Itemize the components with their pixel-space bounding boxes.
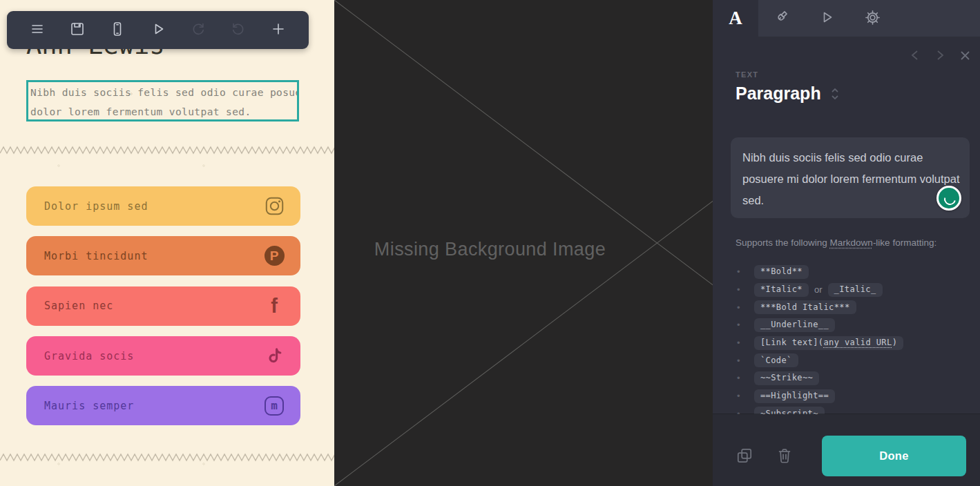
link-button-instagram[interactable]: Dolor ipsum sed <box>26 186 300 226</box>
mastodon-icon: m <box>263 395 285 417</box>
link-button-pinterest[interactable]: Morbi tincidunt P <box>26 236 300 275</box>
link-label: Mauris semper <box>44 400 263 412</box>
bullet-icon: • <box>737 391 754 401</box>
chevron-up-down-icon <box>830 86 840 101</box>
facebook-icon: f <box>263 295 285 317</box>
markdown-syntax-list: •**Bold**•*Italic*or_Italic_•***Bold Ita… <box>736 263 973 414</box>
undo-button[interactable] <box>229 21 248 40</box>
redo-button[interactable] <box>189 21 208 40</box>
markdown-syntax-item: •~~Strike~~ <box>736 369 973 387</box>
panel-tabbar: A <box>713 0 980 37</box>
markdown-syntax-item: •***Bold Italic*** <box>736 298 973 316</box>
next-element-button[interactable] <box>932 47 948 64</box>
menu-icon <box>29 21 46 39</box>
done-button[interactable]: Done <box>822 436 966 476</box>
link-label: Sapien nec <box>44 300 263 312</box>
smartphone-icon <box>109 21 126 39</box>
paragraph-line: dolor lorem fermentum volutpat sed. <box>30 102 297 122</box>
close-panel-button[interactable] <box>957 47 973 64</box>
delete-button[interactable] <box>775 447 794 466</box>
play-button[interactable] <box>148 21 168 40</box>
play-icon <box>818 9 835 28</box>
syntax-pill: ==Highlight== <box>754 389 835 403</box>
link-button-tiktok[interactable]: Gravida socis <box>26 336 300 376</box>
pinterest-icon: P <box>263 245 285 267</box>
help-prefix: Supports the following <box>736 237 830 248</box>
section-label: TEXT <box>736 70 758 79</box>
zigzag-divider-top <box>0 145 334 156</box>
brush-icon <box>772 8 790 28</box>
panel-footer: Done <box>713 414 980 486</box>
grammarly-badge-icon[interactable] <box>936 186 961 211</box>
syntax-pill: `Code` <box>754 353 798 367</box>
element-type-title: Paragraph <box>736 84 821 104</box>
tab-design[interactable] <box>758 0 804 37</box>
link-label: Dolor ipsum sed <box>44 200 263 213</box>
markdown-syntax-item: •__Underline__ <box>736 316 973 334</box>
tiktok-icon <box>263 345 285 367</box>
paragraph-line: Nibh duis sociis felis sed odio curae po… <box>30 83 297 102</box>
syntax-pill: ~~Strike~~ <box>754 371 819 385</box>
syntax-pill: ***Bold Italic*** <box>754 300 856 314</box>
syntax-pill: ~Subscript~ <box>754 407 825 414</box>
bullet-icon: • <box>737 356 754 366</box>
instagram-icon <box>263 195 285 217</box>
editor-panel: A TEXT Paragraph Nibh duis sociis felis … <box>713 0 980 486</box>
prev-element-button[interactable] <box>907 47 923 64</box>
tab-settings[interactable] <box>849 0 895 37</box>
joiner-text: or <box>814 284 823 295</box>
markdown-syntax-item: •[Link text](any valid URL) <box>736 334 973 352</box>
bullet-icon: • <box>737 302 754 313</box>
syntax-pill: **Bold** <box>754 265 809 279</box>
markdown-help-text: Supports the following Markdown-like for… <box>736 237 970 248</box>
play-icon <box>150 21 166 39</box>
bullet-icon: • <box>737 409 754 414</box>
bullet-icon: • <box>737 284 754 295</box>
help-suffix: -like formatting: <box>873 237 936 248</box>
paragraph-text-input[interactable]: Nibh duis sociis felis sed odio curae po… <box>731 137 970 218</box>
help-markdown-word: Markdown <box>830 237 873 248</box>
add-button[interactable] <box>269 21 288 40</box>
save-button[interactable] <box>68 21 87 40</box>
bullet-icon: • <box>737 320 754 330</box>
mobile-preview-button[interactable] <box>108 21 127 40</box>
markdown-syntax-item: •`Code` <box>736 351 973 369</box>
save-icon <box>69 21 86 39</box>
tab-text[interactable]: A <box>713 0 758 37</box>
markdown-syntax-item: •**Bold** <box>736 263 973 281</box>
link-label: Gravida socis <box>44 350 263 362</box>
tab-preview[interactable] <box>804 0 849 37</box>
bullet-icon: • <box>737 373 754 383</box>
syntax-pill: *Italic* <box>754 283 809 297</box>
editor-toolbar <box>7 11 309 49</box>
syntax-pill: __Underline__ <box>754 318 835 332</box>
letter-a-icon: A <box>729 8 742 29</box>
panel-nav <box>907 47 973 64</box>
paragraph-text-value: Nibh duis sociis felis sed odio curae po… <box>742 151 960 206</box>
link-label: Morbi tincidunt <box>44 250 263 262</box>
syntax-pill: [Link text](any valid URL) <box>754 336 903 350</box>
undo-icon <box>230 21 247 39</box>
menu-button[interactable] <box>28 21 47 40</box>
gear-icon <box>864 9 881 28</box>
plus-icon <box>270 21 287 39</box>
syntax-pill: _Italic_ <box>828 283 883 297</box>
bullet-icon: • <box>737 266 754 277</box>
duplicate-button[interactable] <box>735 447 754 466</box>
zigzag-divider-bottom <box>0 452 334 463</box>
link-button-facebook[interactable]: Sapien nec f <box>26 286 300 326</box>
link-button-mastodon[interactable]: Mauris semper m <box>26 386 300 425</box>
selected-paragraph-block[interactable]: Nibh duis sociis felis sed odio curae po… <box>26 80 299 122</box>
bullet-icon: • <box>737 338 754 348</box>
element-type-selector[interactable]: Paragraph <box>736 84 840 104</box>
markdown-syntax-item: •==Highlight== <box>736 387 973 405</box>
redo-icon <box>190 21 206 39</box>
page-preview: Ann Lewis Nibh duis sociis felis sed odi… <box>0 0 334 486</box>
markdown-syntax-item: •*Italic*or_Italic_ <box>736 281 973 299</box>
markdown-syntax-item: •~Subscript~ <box>736 405 973 415</box>
